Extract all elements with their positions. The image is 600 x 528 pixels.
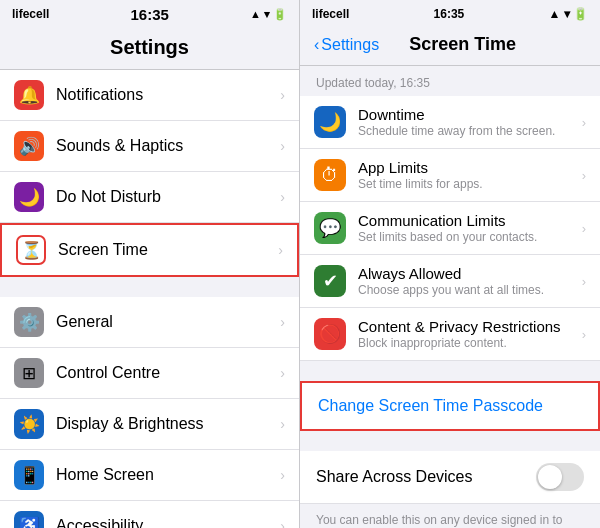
screentime-chevron: › — [278, 242, 283, 258]
right-status-icons: ▲ ▾ 🔋 — [548, 7, 588, 21]
display-label: Display & Brightness — [56, 415, 280, 433]
sidebar-item-homescreen[interactable]: 📱 Home Screen › — [0, 450, 299, 501]
applimits-chevron: › — [582, 168, 586, 183]
downtime-icon: 🌙 — [314, 106, 346, 138]
back-label: Settings — [321, 36, 379, 54]
share-section: Share Across Devices — [300, 451, 600, 504]
st-item-contentprivacy[interactable]: 🚫 Content & Privacy Restrictions Block i… — [300, 308, 600, 361]
left-status-bar: lifecell 16:35 ▲ ▾ 🔋 — [0, 0, 299, 28]
back-button[interactable]: ‹ Settings — [314, 36, 379, 54]
settings-spacer — [0, 277, 299, 297]
right-nav-header: ‹ Settings Screen Time — [300, 28, 600, 66]
toggle-knob — [538, 465, 562, 489]
downtime-text: Downtime Schedule time away from the scr… — [358, 106, 582, 138]
sidebar-item-screentime[interactable]: ⏳ Screen Time › — [0, 223, 299, 277]
communicationlimits-title: Communication Limits — [358, 212, 582, 229]
updated-label: Updated today, 16:35 — [300, 66, 600, 96]
alwaysallowed-subtitle: Choose apps you want at all times. — [358, 283, 582, 297]
alwaysallowed-title: Always Allowed — [358, 265, 582, 282]
general-label: General — [56, 313, 280, 331]
left-carrier: lifecell — [12, 7, 49, 21]
right-nav-title: Screen Time — [379, 34, 546, 55]
alwaysallowed-text: Always Allowed Choose apps you want at a… — [358, 265, 582, 297]
share-toggle[interactable] — [536, 463, 584, 491]
left-time: 16:35 — [130, 6, 168, 23]
settings-list: 🔔 Notifications › 🔊 Sounds & Haptics › 🌙… — [0, 70, 299, 528]
controlcentre-icon: ⊞ — [14, 358, 44, 388]
downtime-chevron: › — [582, 115, 586, 130]
accessibility-icon: ♿ — [14, 511, 44, 528]
notifications-label: Notifications — [56, 86, 280, 104]
left-nav-title: Settings — [0, 28, 299, 70]
downtime-subtitle: Schedule time away from the screen. — [358, 124, 582, 138]
controlcentre-label: Control Centre — [56, 364, 280, 382]
sounds-icon: 🔊 — [14, 131, 44, 161]
display-icon: ☀️ — [14, 409, 44, 439]
st-spacer-2 — [300, 431, 600, 451]
st-item-applimits[interactable]: ⏱ App Limits Set time limits for apps. › — [300, 149, 600, 202]
st-section-main: 🌙 Downtime Schedule time away from the s… — [300, 96, 600, 361]
right-status-bar: lifecell 16:35 ▲ ▾ 🔋 — [300, 0, 600, 28]
left-panel: lifecell 16:35 ▲ ▾ 🔋 Settings 🔔 Notifica… — [0, 0, 300, 528]
sidebar-item-accessibility[interactable]: ♿ Accessibility › — [0, 501, 299, 528]
change-passcode-wrap: Change Screen Time Passcode — [300, 381, 600, 431]
share-row: Share Across Devices — [300, 451, 600, 504]
dnd-icon: 🌙 — [14, 182, 44, 212]
st-spacer-1 — [300, 361, 600, 381]
homescreen-icon: 📱 — [14, 460, 44, 490]
applimits-subtitle: Set time limits for apps. — [358, 177, 582, 191]
downtime-title: Downtime — [358, 106, 582, 123]
alwaysallowed-icon: ✔ — [314, 265, 346, 297]
screentime-icon: ⏳ — [16, 235, 46, 265]
contentprivacy-text: Content & Privacy Restrictions Block ina… — [358, 318, 582, 350]
st-item-alwaysallowed[interactable]: ✔ Always Allowed Choose apps you want at… — [300, 255, 600, 308]
contentprivacy-icon: 🚫 — [314, 318, 346, 350]
controlcentre-chevron: › — [280, 365, 285, 381]
settings-group-2: ⚙️ General › ⊞ Control Centre › ☀️ Displ… — [0, 297, 299, 528]
contentprivacy-chevron: › — [582, 327, 586, 342]
accessibility-chevron: › — [280, 518, 285, 528]
right-panel: lifecell 16:35 ▲ ▾ 🔋 ‹ Settings Screen T… — [300, 0, 600, 528]
right-time: 16:35 — [434, 7, 465, 21]
general-icon: ⚙️ — [14, 307, 44, 337]
general-chevron: › — [280, 314, 285, 330]
settings-group-1: 🔔 Notifications › 🔊 Sounds & Haptics › 🌙… — [0, 70, 299, 277]
applimits-text: App Limits Set time limits for apps. — [358, 159, 582, 191]
change-passcode-button[interactable]: Change Screen Time Passcode — [300, 381, 600, 431]
sidebar-item-display[interactable]: ☀️ Display & Brightness › — [0, 399, 299, 450]
share-desc: You can enable this on any device signed… — [300, 504, 600, 528]
contentprivacy-title: Content & Privacy Restrictions — [358, 318, 582, 335]
dnd-chevron: › — [280, 189, 285, 205]
applimits-title: App Limits — [358, 159, 582, 176]
sidebar-item-general[interactable]: ⚙️ General › — [0, 297, 299, 348]
communicationlimits-subtitle: Set limits based on your contacts. — [358, 230, 582, 244]
accessibility-label: Accessibility — [56, 517, 280, 528]
sounds-label: Sounds & Haptics — [56, 137, 280, 155]
left-status-icons: ▲ ▾ 🔋 — [250, 8, 287, 21]
sidebar-item-sounds[interactable]: 🔊 Sounds & Haptics › — [0, 121, 299, 172]
screen-time-list: Updated today, 16:35 🌙 Downtime Schedule… — [300, 66, 600, 528]
right-carrier: lifecell — [312, 7, 349, 21]
notifications-icon: 🔔 — [14, 80, 44, 110]
screentime-label: Screen Time — [58, 241, 278, 259]
sidebar-item-controlcentre[interactable]: ⊞ Control Centre › — [0, 348, 299, 399]
homescreen-chevron: › — [280, 467, 285, 483]
communicationlimits-text: Communication Limits Set limits based on… — [358, 212, 582, 244]
sounds-chevron: › — [280, 138, 285, 154]
dnd-label: Do Not Disturb — [56, 188, 280, 206]
back-chevron-icon: ‹ — [314, 36, 319, 54]
notifications-chevron: › — [280, 87, 285, 103]
communicationlimits-chevron: › — [582, 221, 586, 236]
share-label: Share Across Devices — [316, 468, 536, 486]
st-item-communicationlimits[interactable]: 💬 Communication Limits Set limits based … — [300, 202, 600, 255]
homescreen-label: Home Screen — [56, 466, 280, 484]
contentprivacy-subtitle: Block inappropriate content. — [358, 336, 582, 350]
sidebar-item-notifications[interactable]: 🔔 Notifications › — [0, 70, 299, 121]
display-chevron: › — [280, 416, 285, 432]
applimits-icon: ⏱ — [314, 159, 346, 191]
sidebar-item-dnd[interactable]: 🌙 Do Not Disturb › — [0, 172, 299, 223]
st-item-downtime[interactable]: 🌙 Downtime Schedule time away from the s… — [300, 96, 600, 149]
communicationlimits-icon: 💬 — [314, 212, 346, 244]
alwaysallowed-chevron: › — [582, 274, 586, 289]
